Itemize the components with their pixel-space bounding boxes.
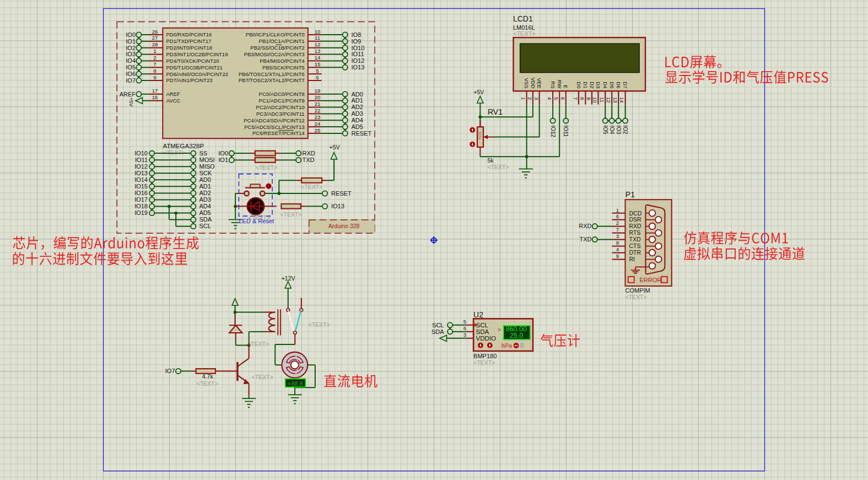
svg-text:3: 3: [463, 332, 466, 338]
svg-text:3: 3: [533, 97, 540, 100]
svg-text:ERROR: ERROR: [640, 277, 662, 283]
svg-text:1: 1: [153, 48, 156, 54]
svg-text:RV1: RV1: [488, 107, 503, 116]
svg-text:PC0/ADC0/PCINT8: PC0/ADC0/PCINT8: [259, 91, 305, 97]
svg-text:RXD: RXD: [303, 150, 315, 157]
svg-text:PC2/ADC2/PCINT10: PC2/ADC2/PCINT10: [256, 104, 304, 110]
svg-text:6: 6: [560, 97, 566, 100]
svg-text:11: 11: [315, 35, 320, 41]
svg-text:PD0/RXD/PCINT16: PD0/RXD/PCINT16: [166, 31, 212, 37]
svg-text:<TEXT>: <TEXT>: [247, 341, 269, 347]
svg-text:VEE: VEE: [536, 78, 542, 88]
svg-text:RESET: RESET: [331, 190, 352, 197]
svg-text:AD4: AD4: [200, 203, 211, 209]
svg-text:ATMEGA328P: ATMEGA328P: [163, 143, 204, 149]
svg-text:14: 14: [315, 55, 321, 61]
svg-text:PB4/MISO/PCINT4: PB4/MISO/PCINT4: [260, 58, 304, 64]
svg-text:+88.8: +88.8: [288, 380, 303, 387]
svg-text:CTS: CTS: [629, 242, 641, 249]
svg-text:IO15: IO15: [134, 183, 148, 190]
svg-text:14: 14: [619, 97, 625, 103]
svg-text:6: 6: [463, 325, 466, 331]
svg-text:IO14: IO14: [134, 176, 148, 183]
svg-text:AD2: AD2: [200, 190, 211, 196]
svg-text:IO9: IO9: [352, 38, 362, 45]
svg-text:PB1/OC1A/PCINT1: PB1/OC1A/PCINT1: [259, 38, 305, 44]
svg-text:1: 1: [520, 97, 526, 100]
svg-text:AD1: AD1: [352, 97, 363, 104]
svg-text:SS: SS: [200, 150, 208, 157]
svg-text:+5V: +5V: [128, 98, 134, 107]
svg-text:IO8: IO8: [352, 31, 362, 38]
svg-text:SCL: SCL: [432, 322, 444, 328]
svg-text:AREF: AREF: [166, 91, 181, 97]
svg-text:PB7/TOSC2/XTAL2/PCINT7: PB7/TOSC2/XTAL2/PCINT7: [239, 77, 305, 83]
svg-text:MISO: MISO: [200, 163, 215, 170]
svg-text:IO13: IO13: [331, 203, 344, 209]
svg-text:+12V: +12V: [282, 275, 295, 282]
svg-text:LCD1: LCD1: [513, 14, 533, 23]
svg-text:IO12: IO12: [134, 163, 148, 170]
svg-text:<TEXT>: <TEXT>: [626, 294, 647, 300]
svg-text:<TEXT>: <TEXT>: [309, 321, 330, 328]
svg-text:RI: RI: [629, 256, 635, 262]
svg-text:IO0: IO0: [218, 150, 228, 157]
svg-text:VDDIO: VDDIO: [476, 335, 496, 342]
svg-text:D3: D3: [595, 82, 601, 88]
svg-text:IO16: IO16: [134, 190, 148, 196]
svg-text:<TEXT>: <TEXT>: [252, 374, 273, 380]
svg-text:IO7: IO7: [126, 77, 136, 84]
svg-text:BMP180: BMP180: [473, 353, 497, 359]
svg-text:RTS: RTS: [629, 229, 641, 236]
svg-text:IO12: IO12: [550, 126, 556, 138]
svg-text:IO10: IO10: [352, 45, 365, 51]
svg-text:2: 2: [616, 220, 619, 226]
svg-text:IO7: IO7: [165, 368, 175, 374]
svg-text:12: 12: [315, 41, 321, 47]
svg-text:10: 10: [315, 29, 321, 35]
svg-text:7: 7: [616, 226, 619, 233]
svg-text:PC5/ADC5/SCL/PCINT13: PC5/ADC5/SCL/PCINT13: [244, 124, 304, 130]
svg-text:11: 11: [599, 97, 605, 103]
svg-text:>: >: [498, 326, 501, 333]
svg-text:SDA: SDA: [200, 216, 212, 223]
svg-text:25: 25: [315, 127, 321, 133]
svg-text:IO0: IO0: [126, 31, 136, 38]
svg-text:SDA: SDA: [432, 328, 444, 335]
svg-text:AD5: AD5: [352, 123, 363, 130]
svg-text:VDD: VDD: [530, 77, 536, 88]
svg-text:IO5: IO5: [602, 126, 608, 135]
svg-text:U2: U2: [473, 310, 483, 319]
svg-text:PC1/ADC1/PCINT9: PC1/ADC1/PCINT9: [259, 98, 305, 104]
svg-text:AD2: AD2: [352, 104, 363, 110]
svg-text:RXD: RXD: [579, 223, 591, 229]
svg-text:PD5/T1/OC0B/PCINT21: PD5/T1/OC0B/PCINT21: [166, 64, 223, 71]
svg-text:D2: D2: [589, 82, 595, 88]
svg-text:10: 10: [592, 97, 598, 103]
svg-text:20: 20: [315, 94, 321, 100]
svg-text:7: 7: [573, 97, 579, 100]
svg-text:5: 5: [316, 68, 319, 74]
svg-text:IO4: IO4: [609, 126, 615, 135]
svg-text:IO11: IO11: [135, 157, 148, 163]
svg-text:IO17: IO17: [134, 196, 148, 203]
svg-text:4: 4: [547, 97, 553, 100]
svg-text:TXD: TXD: [303, 157, 315, 163]
svg-text:4: 4: [616, 246, 619, 252]
svg-text:MOSI: MOSI: [200, 157, 215, 163]
svg-text:DTR: DTR: [629, 249, 641, 256]
svg-text:2: 2: [527, 97, 533, 100]
svg-text:TXD: TXD: [629, 236, 641, 242]
svg-text:16: 16: [152, 94, 158, 100]
svg-text:9: 9: [586, 97, 592, 100]
svg-text:PD3/INT1/OC2B/PCINT19: PD3/INT1/OC2B/PCINT19: [166, 51, 228, 57]
svg-text:<TEXT>: <TEXT>: [513, 30, 536, 37]
svg-text:IO11: IO11: [352, 51, 364, 57]
svg-text:19: 19: [315, 88, 321, 94]
svg-text:D6: D6: [616, 82, 622, 88]
svg-text:+5V: +5V: [330, 144, 340, 150]
svg-text:27: 27: [152, 35, 158, 41]
svg-text:23: 23: [315, 114, 321, 120]
svg-text:D0: D0: [576, 82, 582, 88]
svg-text:VSS: VSS: [524, 78, 530, 88]
